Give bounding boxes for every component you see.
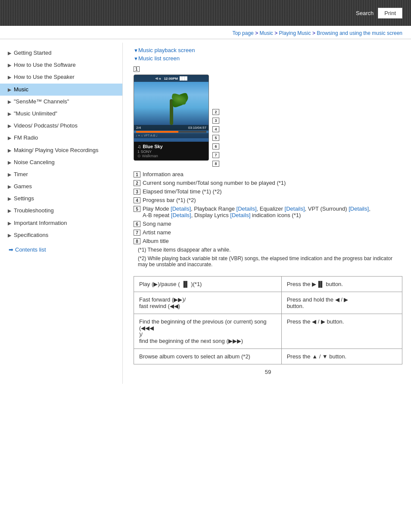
arrow-icon: ▶ [8, 87, 11, 93]
sidebar-label: Getting Started [14, 49, 118, 57]
table-cell-button: Press the ▶▐▌ button. [281, 277, 402, 292]
sidebar-label: "SensMe™ Channels" [14, 98, 118, 106]
arrow-icon: ▶ [8, 62, 11, 68]
item-num-6: 6 [134, 221, 140, 227]
arrow-icon: ▶ [8, 159, 11, 166]
link-list-screen[interactable]: ▼ Music list screen [134, 55, 402, 62]
device-info-panel: ♫ Blue Sky 1 SONY ⊙ Walkman [134, 142, 209, 160]
contents-list-link[interactable]: ➡ Contents list [0, 241, 122, 256]
item-list: 1 Information area 2 Current song number… [134, 171, 402, 244]
item-num-1: 1 [134, 171, 140, 177]
header: Search Print [0, 0, 411, 26]
page-number: 59 [134, 369, 402, 375]
item-row: 2 Current song number/Total song number … [134, 180, 402, 186]
sidebar-label: Music [14, 86, 118, 93]
item-text-3: Elapsed time/Total time (*1) (*2) [143, 188, 402, 195]
sidebar-item-sensme[interactable]: ▶ "SensMe™ Channels" [0, 96, 122, 108]
item-text-1: Information area [143, 171, 402, 177]
item-text-2: Current song number/Total song number to… [143, 180, 402, 186]
item-text-4: Progress bar (*1) (*2) [143, 197, 402, 203]
sidebar-label: Important Information [14, 219, 118, 227]
details-link-lyrics[interactable]: [Details] [230, 212, 250, 218]
item-row: 1 Information area [134, 171, 402, 177]
arrow-icon: ▶ [8, 147, 11, 154]
sidebar-item-fm-radio[interactable]: ▶ FM Radio [0, 132, 122, 144]
details-link-vpt[interactable]: [Details] [349, 205, 369, 212]
table-cell-button: Press the ◀ / ▶ button. [281, 314, 402, 349]
item-num-4: 4 [134, 197, 140, 203]
arrow-icon: ▶ [8, 184, 11, 190]
sidebar-item-getting-started[interactable]: ▶ Getting Started [0, 47, 122, 59]
sidebar-item-music-unlimited[interactable]: ▶ "Music Unlimited" [0, 108, 122, 120]
sidebar-label: Settings [14, 195, 118, 202]
item-text-5: Play Mode [Details], Playback Range [Det… [143, 205, 402, 218]
breadcrumb-toppage[interactable]: Top page [232, 30, 253, 36]
item-text-8: Album title [143, 238, 402, 244]
sidebar-item-settings[interactable]: ▶ Settings [0, 193, 122, 205]
link-playback-screen[interactable]: ▼ Music playback screen [134, 47, 402, 53]
table-cell-action: Browse album covers to select an album (… [134, 349, 282, 364]
sidebar-item-music[interactable]: ▶ Music [0, 84, 122, 96]
sidebar-label: FM Radio [14, 134, 118, 142]
callout-8: 8 [212, 161, 219, 167]
link-list-label: Music list screen [138, 55, 180, 62]
arrow-icon: ▶ [8, 99, 11, 105]
arrow-right-icon: ➡ [9, 246, 13, 253]
table-row: Fast forward (▶▶)/fast rewind (◀◀) Press… [134, 292, 402, 314]
item-row: 5 Play Mode [Details], Playback Range [D… [134, 205, 402, 218]
item-num-2: 2 [134, 180, 140, 186]
footnote-2: (*2) While playing back variable bit rat… [134, 255, 402, 268]
details-link-ab[interactable]: [Details] [171, 212, 191, 218]
sidebar-item-videos[interactable]: ▶ Videos/ Podcasts/ Photos [0, 120, 122, 132]
sidebar-item-games[interactable]: ▶ Games [0, 180, 122, 193]
sidebar-item-troubleshooting[interactable]: ▶ Troubleshooting [0, 205, 122, 217]
device-song-title: Blue Sky [143, 144, 162, 149]
sidebar-item-voice[interactable]: ▶ Making/ Playing Voice Recordings [0, 144, 122, 156]
details-link-range[interactable]: [Details] [237, 205, 257, 212]
callout-5: 5 [212, 135, 219, 141]
item-num-7: 7 [134, 230, 140, 236]
sidebar-label: Troubleshooting [14, 207, 118, 215]
item-num-5: 5 [134, 206, 140, 212]
table-row: Find the beginning of the previous (or c… [134, 314, 402, 349]
arrow-icon: ▶ [8, 135, 11, 141]
arrow-icon: ▶ [8, 74, 11, 81]
sidebar-label: Timer [14, 171, 118, 178]
device-mockup: ⊲ n 12:00PM ▉▉▉ [134, 75, 209, 161]
callout-7: 7 [212, 152, 219, 158]
controls-table: Play (▶)/pause ( ▐▌ )(*1) Press the ▶▐▌ … [134, 276, 402, 364]
device-elapsed: 2/4 03:10/04:57 [134, 125, 209, 131]
table-row: Play (▶)/pause ( ▐▌ )(*1) Press the ▶▐▌ … [134, 277, 402, 292]
sidebar-item-noise[interactable]: ▶ Noise Canceling [0, 156, 122, 168]
breadcrumb-current[interactable]: Browsing and using the music screen [317, 30, 402, 36]
sidebar-item-important[interactable]: ▶ Important Information [0, 217, 122, 229]
details-link-eq[interactable]: [Details] [285, 205, 305, 212]
arrow-icon: ▶ [8, 111, 11, 117]
arrow-icon: ▶ [8, 50, 11, 56]
search-button[interactable]: Search [356, 10, 374, 16]
breadcrumb: Top page > Music > Playing Music > Brows… [0, 26, 411, 39]
print-button[interactable]: Print [378, 8, 402, 19]
table-cell-action: Fast forward (▶▶)/fast rewind (◀◀) [134, 292, 282, 314]
sidebar-item-timer[interactable]: ▶ Timer [0, 168, 122, 180]
device-artist: SONY [141, 149, 152, 154]
device-time: 12:00PM [164, 77, 177, 81]
details-link-playmode[interactable]: [Details] [171, 205, 191, 212]
sidebar-item-software[interactable]: ▶ How to Use the Software [0, 59, 122, 71]
footnote-1: (*1) These items disappear after a while… [134, 247, 402, 253]
device-album: Walkman [142, 154, 158, 158]
table-cell-action: Find the beginning of the previous (or c… [134, 314, 282, 349]
content-area: ▼ Music playback screen ▼ Music list scr… [123, 43, 411, 384]
arrow-icon: ▶ [8, 232, 11, 239]
item-text-7: Artist name [143, 229, 402, 236]
callout-1-label: 1 [134, 66, 140, 72]
device-status-bar: ⊲ n 12:00PM ▉▉▉ [134, 75, 209, 82]
arrow-icon: ▶ [8, 171, 11, 178]
breadcrumb-playing-music[interactable]: Playing Music [279, 30, 311, 36]
sidebar-item-speaker[interactable]: ▶ How to Use the Speaker [0, 71, 122, 83]
breadcrumb-music[interactable]: Music [259, 30, 273, 36]
section-links: ▼ Music playback screen ▼ Music list scr… [134, 47, 402, 62]
sidebar-label: Making/ Playing Voice Recordings [14, 146, 118, 154]
sidebar-item-specifications[interactable]: ▶ Specifications [0, 229, 122, 241]
sidebar: ▶ Getting Started ▶ How to Use the Softw… [0, 43, 123, 384]
